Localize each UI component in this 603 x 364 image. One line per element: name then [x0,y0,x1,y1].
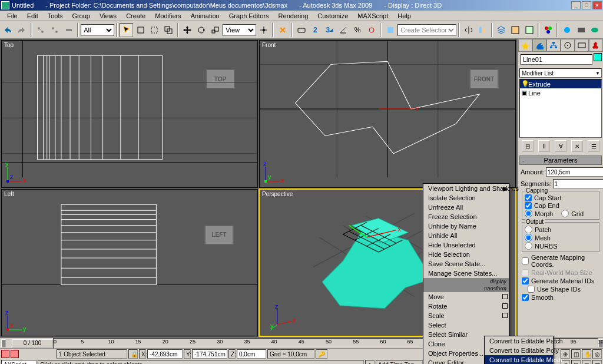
menu-create[interactable]: Create [121,12,150,19]
pin-stack-button[interactable]: ⊟ [522,140,534,152]
selection-filter-dropdown[interactable]: All [81,24,114,36]
patch-radio[interactable] [525,226,532,233]
snap-2d-button[interactable]: 2 [309,23,322,37]
minimize-button[interactable]: _ [571,1,581,9]
viewport-top[interactable]: Top TOP yxz [1,40,258,188]
viewport-front[interactable]: Front FRONT x zxy [259,40,516,188]
remove-modifier-button[interactable]: ✕ [571,140,583,152]
lock-selection-button[interactable]: 🔒 [128,349,138,359]
autokey-button[interactable]: 🔑 [316,349,327,359]
redo-button[interactable] [15,23,29,37]
menu-modifiers[interactable]: Modifiers [150,12,186,19]
ctx-rotate[interactable]: Rotate [423,302,509,311]
make-unique-button[interactable]: ∀ [555,140,566,152]
menu-file[interactable]: File [2,12,22,19]
ctx-convert-patch[interactable]: Convert to Editable Patch [485,336,553,346]
x-coord[interactable]: -42,693cm [147,349,183,359]
next-key-button[interactable] [11,350,19,358]
smooth-checkbox[interactable] [522,294,529,301]
ctx-manage-states[interactable]: Manage Scene States... [423,269,509,278]
z-coord[interactable]: 0,0cm [237,349,266,359]
menu-customize[interactable]: Customize [313,12,353,19]
nav-button-8[interactable]: ▦ [592,360,602,364]
align-button[interactable] [476,23,489,37]
mirror-button[interactable] [462,23,475,37]
ctx-move[interactable]: Move [423,292,509,302]
script-listener[interactable]: AXScript. [1,360,37,364]
menu-views[interactable]: Views [95,12,121,19]
manipulate-button[interactable] [276,23,289,37]
nurbs-radio[interactable] [525,242,532,250]
angle-snap-button[interactable] [337,23,350,37]
close-button[interactable]: × [592,1,602,9]
stack-line[interactable]: ▣Line [520,88,601,97]
add-time-tag[interactable]: Add Time Tag [376,360,423,364]
percent-snap-button[interactable]: % [351,23,365,37]
ctx-unhide-name[interactable]: Unhide by Name [423,221,509,231]
unlink-button[interactable] [48,23,62,37]
viewport-left[interactable]: Left LEFT zyx [1,189,258,337]
keyboard-shortcut-button[interactable] [294,23,308,37]
stack-extrude[interactable]: 💡Extrude [520,80,601,88]
undo-button[interactable] [1,23,15,37]
motion-tab[interactable] [561,39,575,52]
ctx-freeze-sel[interactable]: Freeze Selection [423,212,509,221]
menu-grapheditors[interactable]: Graph Editors [224,12,274,19]
ctx-select[interactable]: Select [423,320,509,330]
nav-button-3[interactable]: ✋ [582,349,591,359]
scale-button[interactable] [208,23,222,37]
configure-sets-button[interactable]: ☰ [588,140,599,152]
time-slider[interactable]: 0 / 100 [12,339,53,348]
schematic-view-button[interactable] [523,23,536,37]
nav-button-2[interactable]: ◫ [571,349,581,359]
gen-matids-checkbox[interactable] [522,277,529,284]
ctx-unfreeze-all[interactable]: Unfreeze All [423,203,509,212]
maximize-button[interactable]: □ [582,1,591,9]
ctx-save-state[interactable]: Save Scene State... [423,259,509,269]
menu-rendering[interactable]: Rendering [274,12,313,19]
ctx-hide-sel[interactable]: Hide Selection [423,250,509,259]
use-shapeids-checkbox[interactable] [528,286,535,293]
select-object-button[interactable] [120,23,133,37]
move-button[interactable] [181,23,194,37]
ctx-isolate[interactable]: Isolate Selection [423,193,509,203]
mesh-radio[interactable] [525,234,532,241]
cap-end-checkbox[interactable] [525,202,532,209]
timeline-scroll-left[interactable] [1,339,6,348]
edit-selection-set-button[interactable] [383,23,397,37]
quad-submenu-convert[interactable]: Convert to Editable Patch Convert to Edi… [484,336,554,364]
hierarchy-tab[interactable] [546,39,561,52]
object-color-swatch[interactable] [594,53,602,61]
menu-maxscript[interactable]: MAXScript [353,12,393,19]
object-name-field[interactable]: Line01 [521,54,592,65]
gen-mapping-checkbox[interactable] [522,257,529,264]
nav-button-6[interactable]: ⊡ [571,360,581,364]
amount-input[interactable] [546,167,603,177]
render-frame-button[interactable] [574,23,588,37]
rotate-button[interactable] [195,23,208,37]
modify-tab[interactable] [532,39,546,52]
y-coord[interactable]: -174,751cm [192,349,227,359]
menu-group[interactable]: Group [67,12,95,19]
ctx-lighting[interactable]: Viewport Lighting and Shadows▶ [423,184,509,193]
menu-help[interactable]: Help [393,12,416,19]
material-editor-button[interactable] [541,23,555,37]
layer-manager-button[interactable] [495,23,508,37]
pivot-button[interactable] [257,23,270,37]
nav-button-4[interactable]: ◎ [592,349,602,359]
ctx-unhide-all[interactable]: Unhide All [423,231,509,240]
ctx-convert-poly[interactable]: Convert to Editable Poly [485,346,553,355]
time-tag-icon[interactable]: ◆ [365,360,375,364]
grid-radio[interactable] [561,210,569,217]
quick-render-button[interactable] [588,23,602,37]
cap-start-checkbox[interactable] [525,194,532,201]
parameters-rollout[interactable]: -Parameters [519,155,602,165]
modifier-list-dropdown[interactable]: Modifier List [519,68,602,78]
nav-button-7[interactable]: ⊞ [582,360,591,364]
bind-button[interactable] [62,23,75,37]
named-selection-dropdown[interactable]: Create Selection Set [397,24,456,36]
utilities-tab[interactable] [589,39,603,52]
curve-editor-button[interactable] [509,23,522,37]
ctx-convert-mesh[interactable]: Convert to Editable Mesh [485,355,553,364]
prev-key-button[interactable] [1,350,9,358]
